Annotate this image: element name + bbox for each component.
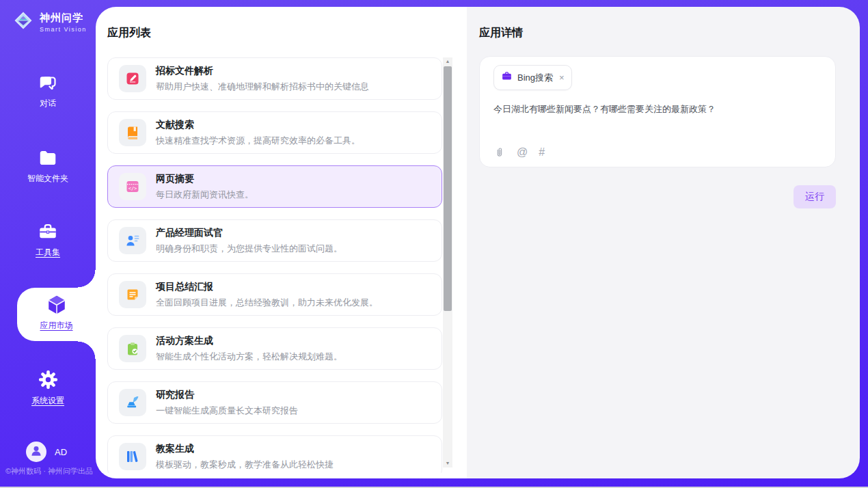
sidebar-item-label: 工具集 xyxy=(0,247,96,258)
app-card-research-report[interactable]: 研究报告 一键智能生成高质量长文本研究报告 xyxy=(107,381,442,424)
copyright-footer: ©神州数码 · 神州问学出品 xyxy=(5,466,93,476)
cube-icon xyxy=(17,293,96,316)
app-title: 招标文件解析 xyxy=(156,65,369,77)
app-detail-title: 应用详情 xyxy=(479,26,523,40)
app-detail-panel: 应用详情 Bing搜索 × 今日湖北有哪些新闻要点？有哪些需要关注的最新政策？ xyxy=(467,7,860,478)
user-account[interactable]: AD xyxy=(26,442,67,462)
logo-subtitle: Smart Vision xyxy=(40,26,87,33)
briefcase-icon xyxy=(501,70,513,85)
sidebar-item-label: 应用市场 xyxy=(17,320,96,331)
app-card-event-plan[interactable]: 活动方案生成 智能生成个性化活动方案，轻松解决规划难题。 xyxy=(107,327,442,370)
sidebar-item-smart-folder[interactable]: 智能文件夹 xyxy=(0,148,96,185)
tool-tag-label: Bing搜索 xyxy=(517,72,553,84)
user-initials: AD xyxy=(55,447,67,457)
pencil-square-icon xyxy=(119,65,146,92)
app-list-title: 应用列表 xyxy=(107,26,151,40)
app-card-project-summary[interactable]: 项目总结汇报 全面回顾项目进展，总结经验教训，助力未来优化发展。 xyxy=(107,273,442,316)
folder-icon xyxy=(0,148,96,168)
app-title: 网页摘要 xyxy=(156,173,254,185)
browser-code-icon: </> xyxy=(119,173,146,200)
app-title: 项目总结汇报 xyxy=(156,281,378,293)
paperclip-icon[interactable] xyxy=(493,146,506,159)
sidebar-item-app-market[interactable]: 应用市场 xyxy=(17,288,96,341)
clipboard-check-icon xyxy=(119,335,146,362)
input-toolbar: @ # xyxy=(493,146,545,159)
app-desc: 智能生成个性化活动方案，轻松解决规划难题。 xyxy=(156,351,342,363)
app-card-tender-parse[interactable]: 招标文件解析 帮助用户快速、准确地理解和解析招标书中的关键信息 xyxy=(107,57,442,100)
diamond-logo-icon xyxy=(11,8,36,36)
interviewer-icon xyxy=(119,227,146,254)
sidebar-item-label: 对话 xyxy=(0,98,96,109)
sidebar-item-toolkit[interactable]: 工具集 xyxy=(0,221,96,258)
sidebar-item-settings[interactable]: 系统设置 xyxy=(0,369,96,407)
app-desc: 快速精准查找学术资源，提高研究效率的必备工具。 xyxy=(156,135,360,147)
app-card-lesson-plan[interactable]: 教案生成 模板驱动，教案秒成，教学准备从此轻松快捷 xyxy=(107,435,442,473)
toolbox-icon xyxy=(0,221,96,242)
tool-tag-bing-search[interactable]: Bing搜索 × xyxy=(493,65,572,90)
app-card-pm-interviewer[interactable]: 产品经理面试官 明确身份和职责，为您提供专业性的面试问题。 xyxy=(107,219,442,262)
close-icon[interactable]: × xyxy=(559,73,565,82)
sidebar: 神州问学 Smart Vision 对话 智能文件夹 xyxy=(0,0,96,488)
scroll-down-icon[interactable]: ▼ xyxy=(443,459,452,467)
logo-title: 神州问学 xyxy=(40,12,87,25)
avatar xyxy=(26,442,46,462)
run-button[interactable]: 运行 xyxy=(794,185,836,208)
at-icon[interactable]: @ xyxy=(517,146,528,159)
book-icon xyxy=(119,119,146,146)
scrollbar-thumb[interactable] xyxy=(444,66,452,311)
app-desc: 明确身份和职责，为您提供专业性的面试问题。 xyxy=(156,243,342,255)
app-list-scrollbar[interactable]: ▲ ▼ xyxy=(443,57,452,467)
sidebar-item-chat[interactable]: 对话 xyxy=(0,72,96,109)
app-title: 教案生成 xyxy=(156,443,334,455)
books-icon xyxy=(119,443,146,470)
scroll-up-icon[interactable]: ▲ xyxy=(443,57,452,66)
gear-icon xyxy=(0,369,96,390)
main-content: 应用列表 招标文件解析 帮助用户快速、准确地理解和解析招标书中的关键信息 xyxy=(96,7,860,478)
app-desc: 帮助用户快速、准确地理解和解析招标书中的关键信息 xyxy=(156,81,369,93)
prompt-input-card: Bing搜索 × 今日湖北有哪些新闻要点？有哪些需要关注的最新政策？ @ # xyxy=(479,56,836,167)
app-card-list: 招标文件解析 帮助用户快速、准确地理解和解析招标书中的关键信息 文献搜索 快速精… xyxy=(107,57,442,473)
query-input[interactable]: 今日湖北有哪些新闻要点？有哪些需要关注的最新政策？ xyxy=(493,103,822,116)
svg-text:</>: </> xyxy=(128,186,137,191)
note-icon xyxy=(119,281,146,308)
person-icon xyxy=(29,443,44,461)
app-desc: 每日政府新闻资讯快查。 xyxy=(156,189,254,201)
app-card-literature-search[interactable]: 文献搜索 快速精准查找学术资源，提高研究效率的必备工具。 xyxy=(107,111,442,154)
app-title: 文献搜索 xyxy=(156,119,360,131)
app-title: 研究报告 xyxy=(156,389,298,401)
app-list-panel: 应用列表 招标文件解析 帮助用户快速、准确地理解和解析招标书中的关键信息 xyxy=(96,7,467,478)
app-desc: 一键智能生成高质量长文本研究报告 xyxy=(156,405,298,417)
app-title: 产品经理面试官 xyxy=(156,227,342,239)
app-desc: 全面回顾项目进展，总结经验教训，助力未来优化发展。 xyxy=(156,297,378,309)
app-desc: 模板驱动，教案秒成，教学准备从此轻松快捷 xyxy=(156,459,334,471)
sidebar-item-label: 智能文件夹 xyxy=(0,173,96,185)
hash-icon[interactable]: # xyxy=(539,146,545,159)
app-card-web-summary[interactable]: </> 网页摘要 每日政府新闻资讯快查。 xyxy=(107,165,442,208)
sidebar-item-label: 系统设置 xyxy=(0,395,96,407)
chat-icon xyxy=(0,72,96,93)
app-logo: 神州问学 Smart Vision xyxy=(11,8,87,36)
ink-quill-icon xyxy=(119,389,146,416)
app-title: 活动方案生成 xyxy=(156,335,342,347)
